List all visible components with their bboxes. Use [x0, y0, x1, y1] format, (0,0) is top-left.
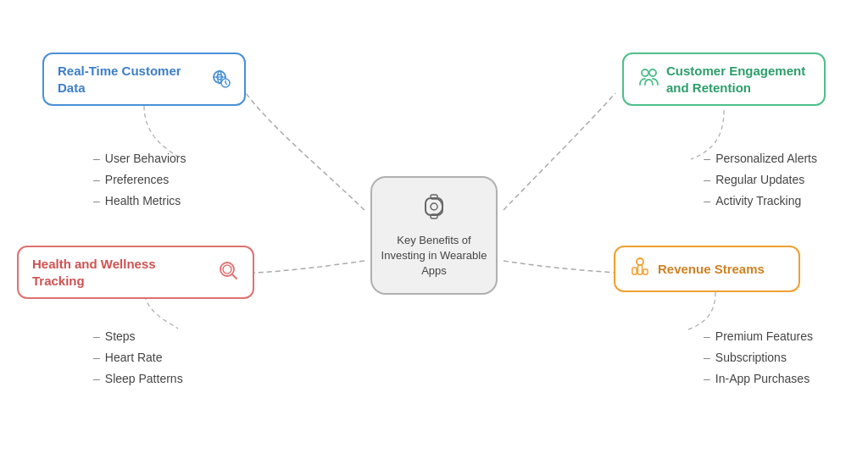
subitems-top-left: User Behaviors Preferences Health Metric…	[93, 148, 186, 213]
subitems-top-right: Personalized Alerts Regular Updates Acti…	[704, 148, 817, 213]
subitems-bottom-right: Premium Features Subscriptions In-App Pu…	[704, 326, 813, 390]
center-label: Key Benefits of Investing in Wearable Ap…	[381, 233, 487, 279]
cer-label: Customer Engagement and Retention	[666, 63, 810, 96]
node-health-wellness-tracking: Health and Wellness Tracking	[17, 246, 254, 299]
subitem-steps: Steps	[93, 326, 183, 347]
rtcd-icon	[209, 66, 231, 92]
subitem-subscriptions: Subscriptions	[704, 347, 813, 368]
svg-point-11	[223, 265, 231, 274]
svg-line-12	[232, 274, 236, 279]
hwt-label: Health and Wellness Tracking	[32, 256, 210, 289]
subitems-bottom-left: Steps Heart Rate Sleep Patterns	[93, 326, 183, 390]
svg-point-1	[431, 203, 437, 210]
node-realtime-customer-data: Real-Time Customer Data	[42, 53, 246, 106]
cer-icon	[637, 66, 659, 92]
subitem-health-metrics: Health Metrics	[93, 191, 186, 212]
subitem-activity-tracking: Activity Tracking	[704, 191, 817, 212]
subitem-regular-updates: Regular Updates	[704, 169, 817, 191]
wearable-icon	[419, 191, 449, 228]
hwt-icon	[217, 259, 239, 285]
subitem-personalized-alerts: Personalized Alerts	[704, 148, 817, 169]
svg-rect-3	[431, 214, 437, 218]
subitem-preferences: Preferences	[93, 169, 186, 191]
node-customer-engagement: Customer Engagement and Retention	[622, 53, 826, 106]
svg-rect-18	[643, 269, 648, 274]
svg-rect-2	[431, 195, 437, 199]
rs-label: Revenue Streams	[658, 261, 765, 278]
center-node: Key Benefits of Investing in Wearable Ap…	[370, 176, 498, 295]
subitem-user-behaviors: User Behaviors	[93, 148, 186, 169]
svg-point-13	[642, 69, 648, 76]
svg-rect-17	[638, 265, 643, 274]
node-revenue-streams: Revenue Streams	[614, 246, 800, 292]
subitem-heart-rate: Heart Rate	[93, 347, 183, 368]
svg-rect-16	[632, 268, 637, 274]
rs-icon	[629, 256, 651, 282]
svg-point-14	[649, 69, 656, 76]
rtcd-label: Real-Time Customer Data	[58, 63, 202, 96]
mind-map-diagram: Key Benefits of Investing in Wearable Ap…	[0, 0, 868, 470]
subitem-premium-features: Premium Features	[704, 326, 813, 347]
subitem-inapp-purchases: In-App Purchases	[704, 368, 813, 390]
subitem-sleep-patterns: Sleep Patterns	[93, 368, 183, 390]
svg-point-15	[637, 258, 643, 265]
